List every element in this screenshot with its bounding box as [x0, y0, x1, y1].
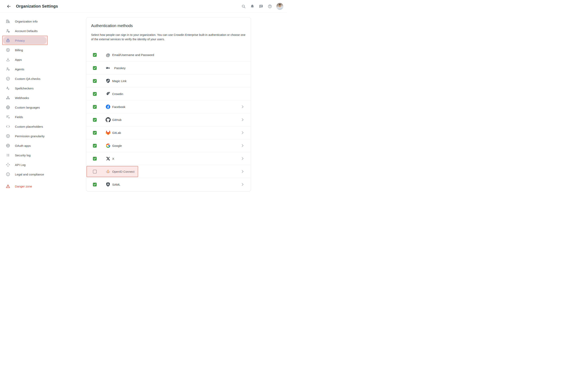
method-label: Email/Username and Password [112, 53, 154, 57]
method-checkbox[interactable] [93, 170, 97, 174]
auth-methods-card: Authentication methods Select how people… [86, 17, 251, 191]
globe-icon [6, 105, 10, 110]
sidebar-item-legal-and-compliance[interactable]: Legal and compliance [3, 171, 47, 178]
method-checkbox[interactable] [93, 118, 97, 122]
back-button[interactable] [5, 3, 12, 10]
method-label: Passkey [114, 66, 125, 70]
sidebar-item-api-log[interactable]: API Log [3, 161, 47, 169]
sidebar-item-spellcheckers[interactable]: Spellcheckers [3, 84, 47, 92]
chevron-right-icon[interactable] [240, 156, 245, 161]
auth-method-row-google[interactable]: Google [86, 139, 251, 152]
method-checkbox[interactable] [93, 105, 97, 109]
list-plus-icon [6, 115, 10, 119]
settings-sidebar: Organization infoAccount DefaultsPrivacy… [0, 13, 86, 196]
sidebar-item-label: Spellcheckers [15, 87, 34, 90]
method-label: Crowdin [112, 92, 123, 96]
sidebar-item-label: Legal and compliance [15, 173, 44, 176]
check-circle-icon [6, 76, 10, 81]
auth-method-row-passkey: Passkey [86, 61, 251, 74]
chevron-right-icon[interactable] [240, 105, 245, 109]
sidebar-item-apps[interactable]: Apps [3, 56, 47, 63]
sidebar-item-label: Fields [15, 115, 23, 119]
sidebar-item-label: Custom placeholders [15, 125, 43, 128]
info-circle-icon [6, 172, 10, 177]
method-checkbox[interactable] [93, 157, 97, 160]
sidebar-item-label: Agents [15, 68, 24, 71]
sidebar-item-label: Custom languages [15, 106, 40, 109]
sidebar-item-label: Security log [15, 154, 30, 157]
sidebar-item-custom-qa-checks[interactable]: Custom QA checks [3, 75, 47, 82]
method-label: GitLab [112, 131, 121, 135]
chevron-right-icon[interactable] [240, 182, 245, 187]
shield-lock-icon [105, 182, 111, 187]
card-title: Authentication methods [91, 23, 246, 28]
sidebar-item-label: Apps [15, 58, 22, 61]
chevron-right-icon[interactable] [240, 143, 245, 148]
shield-link-icon [105, 78, 111, 83]
method-checkbox[interactable] [93, 53, 97, 57]
page-title: Organization Settings [16, 4, 58, 9]
webhook-icon [6, 96, 10, 100]
method-checkbox[interactable] [93, 131, 97, 135]
sidebar-item-custom-placeholders[interactable]: Custom placeholders [3, 123, 47, 130]
search-icon [241, 4, 246, 9]
sidebar-item-fields[interactable]: Fields [3, 113, 47, 121]
sidebar-item-organization-info[interactable]: Organization info [3, 18, 47, 25]
method-checkbox[interactable] [93, 66, 97, 70]
sidebar-item-billing[interactable]: $Billing [3, 46, 47, 54]
sidebar-item-account-defaults[interactable]: Account Defaults [3, 27, 47, 35]
user-avatar[interactable] [276, 3, 283, 10]
sidebar-nav-list: Organization infoAccount DefaultsPrivacy… [3, 18, 47, 190]
sidebar-item-danger-zone[interactable]: Danger zone [3, 182, 47, 190]
auth-method-row-github[interactable]: GitHub [86, 113, 251, 126]
help-button[interactable] [266, 2, 274, 11]
method-label: OpenID Connect [112, 170, 135, 173]
sidebar-item-label: Account Defaults [15, 29, 38, 33]
x-icon [105, 156, 111, 161]
method-label: Facebook [112, 105, 125, 109]
dollar-circle-icon: $ [6, 48, 10, 52]
bell-button[interactable] [248, 2, 257, 11]
sidebar-item-permission-granularity[interactable]: Permission granularity [3, 132, 47, 140]
auth-method-row-x[interactable]: X [86, 152, 251, 165]
method-checkbox[interactable] [93, 79, 97, 83]
chat-button[interactable] [257, 2, 266, 11]
auth-method-row-email-username-and-password: @Email/Username and Password [86, 48, 251, 61]
sidebar-item-custom-languages[interactable]: Custom languages [3, 104, 47, 111]
sidebar-item-oauth-apps[interactable]: OAuth apps [3, 142, 47, 149]
chevron-right-icon[interactable] [240, 131, 245, 135]
person-cube-icon [6, 67, 10, 72]
sidebar-item-security-log[interactable]: Security log [3, 151, 47, 159]
method-label: Magic Link [112, 79, 126, 83]
auth-method-row-facebook[interactable]: Facebook [86, 100, 251, 113]
building-icon [6, 19, 10, 24]
top-bar: Organization Settings [0, 0, 287, 13]
warning-triangle-icon [6, 184, 10, 189]
method-checkbox[interactable] [93, 183, 97, 186]
method-label: GitHub [112, 118, 122, 121]
gitlab-icon [105, 130, 111, 135]
auth-method-row-gitlab[interactable]: GitLab [86, 126, 251, 139]
auth-method-row-saml[interactable]: SAML [86, 178, 251, 191]
sidebar-item-label: Billing [15, 48, 23, 52]
bell-icon [250, 4, 254, 9]
search-button[interactable] [239, 2, 248, 11]
facebook-icon [105, 104, 111, 109]
method-checkbox[interactable] [93, 92, 97, 96]
method-label: SAML [112, 183, 120, 186]
method-label: Google [112, 144, 122, 147]
sidebar-item-label: Custom QA checks [15, 77, 41, 80]
sidebar-item-label: Organization info [15, 20, 38, 23]
chevron-right-icon[interactable] [240, 169, 245, 174]
chevron-right-icon[interactable] [240, 118, 245, 122]
method-checkbox[interactable] [93, 144, 97, 148]
sidebar-item-webhooks[interactable]: Webhooks [3, 94, 47, 102]
sidebar-item-agents[interactable]: Agents [3, 65, 47, 73]
sidebar-item-label: Webhooks [15, 96, 29, 99]
chat-icon [259, 4, 263, 9]
sidebar-item-label: Danger zone [15, 185, 32, 188]
sidebar-item-label: Permission granularity [15, 135, 44, 138]
sidebar-item-label: OAuth apps [15, 144, 31, 147]
auth-method-row-openid-connect[interactable]: OpenID Connect [86, 165, 251, 178]
sidebar-item-privacy[interactable]: Privacy [3, 37, 47, 44]
